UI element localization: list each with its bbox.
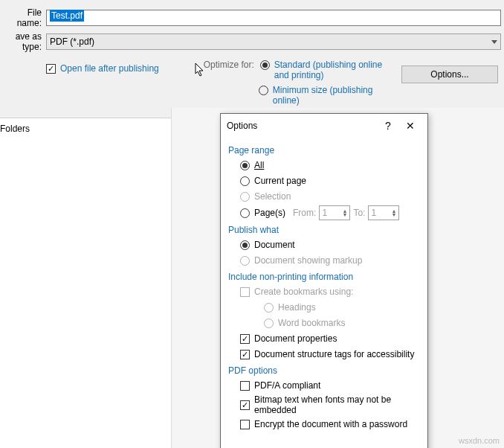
group-include-nonprint: Include non-printing information <box>228 272 420 282</box>
from-label: From: <box>293 208 316 218</box>
radio-document-row[interactable]: Document <box>240 238 420 252</box>
radio-icon <box>240 161 250 170</box>
radio-current-page-label: Current page <box>254 176 306 186</box>
checkbox-icon <box>240 400 250 410</box>
watermark: wsxdn.com <box>459 436 500 445</box>
checkbox-icon <box>240 334 250 344</box>
to-spinner[interactable]: 1 ▲▼ <box>368 205 399 220</box>
group-pdf-options: PDF options <box>228 365 420 376</box>
filename-label: File name: <box>0 7 46 28</box>
folders-label: Folders <box>0 124 30 134</box>
savetype-select[interactable]: PDF (*.pdf) <box>46 33 501 50</box>
radio-icon <box>240 176 250 186</box>
open-after-publishing-checkbox[interactable]: Open file after publishing <box>46 62 159 75</box>
dialog-titlebar: Options ? ✕ <box>221 114 427 138</box>
optimize-minimum-label: Minimum size (publishing online) <box>273 85 384 106</box>
radio-pages-label: Page(s) <box>254 208 285 218</box>
checkbox-icon <box>240 381 250 391</box>
radio-selection-row: Selection <box>240 190 420 203</box>
radio-icon <box>240 208 250 218</box>
dialog-title: Options <box>227 121 257 131</box>
checkbox-icon <box>46 64 56 74</box>
close-button[interactable]: ✕ <box>399 118 421 133</box>
bitmap-label: Bitmap text when fonts may not be embedd… <box>254 394 420 415</box>
headings-label: Headings <box>278 302 316 313</box>
radio-icon <box>240 240 250 250</box>
help-button[interactable]: ? <box>377 118 399 133</box>
to-label: To: <box>353 208 365 218</box>
savetype-value: PDF (*.pdf) <box>50 36 94 47</box>
checkbox-pdfa-row[interactable]: PDF/A compliant <box>240 379 420 392</box>
radio-icon <box>264 303 274 313</box>
radio-icon <box>240 192 250 202</box>
save-panel: File name: Test.pdf ave as type: PDF (*.… <box>0 0 504 118</box>
radio-all-row[interactable]: All <box>240 159 420 172</box>
checkbox-bitmap-row[interactable]: Bitmap text when fonts may not be embedd… <box>240 394 420 415</box>
optimize-standard-label: Standard (publishing online and printing… <box>274 60 386 80</box>
filename-input[interactable]: Test.pdf <box>46 10 501 26</box>
checkbox-icon <box>240 287 250 297</box>
checkbox-encrypt-row[interactable]: Encrypt the document with a password <box>240 417 420 431</box>
open-after-label: Open file after publishing <box>60 63 159 74</box>
encrypt-label: Encrypt the document with a password <box>254 419 407 429</box>
radio-doc-markup-row: Document showing markup <box>240 254 420 267</box>
radio-document-label: Document <box>254 240 295 250</box>
options-button[interactable]: Options... <box>401 65 498 83</box>
from-spinner[interactable]: 1 ▲▼ <box>319 205 350 220</box>
radio-icon <box>240 256 250 266</box>
chevron-down-icon <box>491 40 497 44</box>
radio-minimum[interactable] <box>259 86 268 95</box>
radio-all-label: All <box>254 160 264 170</box>
radio-current-page-row[interactable]: Current page <box>240 174 420 188</box>
optimize-for-label: Optimize for: <box>204 60 254 70</box>
create-bookmarks-label: Create bookmarks using: <box>254 287 353 297</box>
filename-value: Test.pdf <box>50 10 84 22</box>
checkbox-icon <box>240 350 250 359</box>
radio-headings-row: Headings <box>264 301 420 314</box>
group-page-range: Page range <box>228 145 420 156</box>
spinner-arrows-icon: ▲▼ <box>391 209 396 217</box>
checkbox-doc-struct-row[interactable]: Document structure tags for accessibilit… <box>240 348 420 361</box>
radio-standard[interactable] <box>260 60 270 70</box>
radio-icon <box>264 319 274 328</box>
options-dialog: Options ? ✕ Page range All Current page … <box>220 113 428 448</box>
radio-doc-markup-label: Document showing markup <box>254 255 362 266</box>
doc-props-label: Document properties <box>254 333 337 344</box>
radio-selection-label: Selection <box>254 191 291 202</box>
checkbox-icon <box>240 420 250 429</box>
optimize-for-group: Optimize for: Standard (publishing onlin… <box>204 60 386 110</box>
savetype-label: ave as type: <box>0 31 46 52</box>
radio-word-bookmarks-row: Word bookmarks <box>264 316 420 330</box>
doc-struct-label: Document structure tags for accessibilit… <box>254 349 414 359</box>
group-publish-what: Publish what <box>228 225 420 235</box>
pdfa-label: PDF/A compliant <box>254 380 320 391</box>
word-bookmarks-label: Word bookmarks <box>278 318 345 328</box>
checkbox-create-bookmarks-row: Create bookmarks using: <box>240 285 420 298</box>
spinner-arrows-icon: ▲▼ <box>342 209 347 217</box>
radio-pages-row[interactable]: Page(s) From: 1 ▲▼ To: 1 ▲▼ <box>240 205 420 220</box>
checkbox-doc-props-row[interactable]: Document properties <box>240 332 420 345</box>
